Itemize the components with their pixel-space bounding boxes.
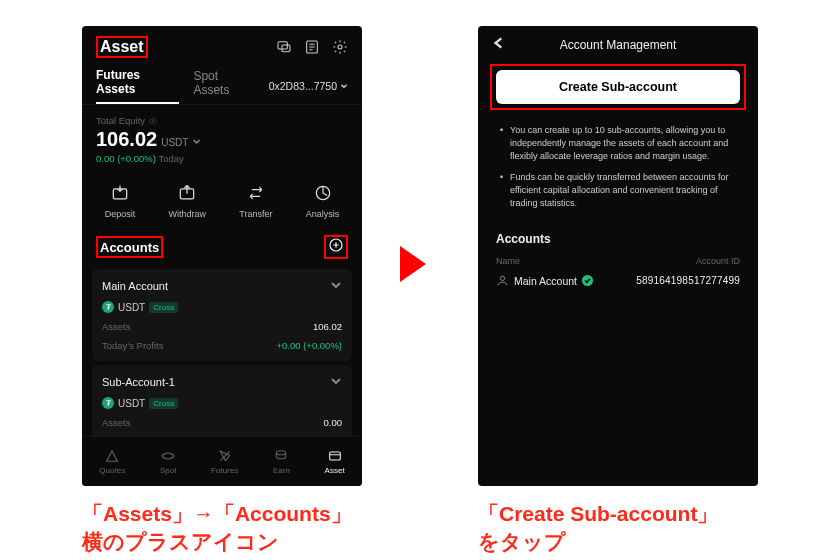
account-card[interactable]: Main Account ₮ USDT Cross Assets106.02 T… bbox=[92, 269, 352, 361]
info-bullets: You can create up to 10 sub-accounts, al… bbox=[478, 120, 758, 226]
account-name: Main Account bbox=[102, 280, 168, 292]
bottom-tabbar: Quotes Spot Futures Earn Asset bbox=[82, 436, 362, 486]
eye-icon[interactable] bbox=[148, 116, 158, 126]
tabbar-quotes[interactable]: Quotes bbox=[99, 448, 125, 475]
svg-rect-1 bbox=[282, 45, 290, 52]
margin-mode-tag: Cross bbox=[149, 302, 178, 313]
svg-point-3 bbox=[338, 45, 342, 49]
profits-label: Today's Profits bbox=[102, 340, 163, 351]
tabbar-spot-label: Spot bbox=[160, 466, 176, 475]
assets-value: 106.02 bbox=[313, 321, 342, 332]
svg-point-4 bbox=[152, 119, 154, 121]
transfer-button[interactable]: Transfer bbox=[239, 182, 272, 219]
asset-screen: Asset Futures Assets Spot Assets 0x2D83.… bbox=[82, 26, 362, 486]
chevron-down-icon bbox=[330, 373, 342, 391]
tabbar-quotes-label: Quotes bbox=[99, 466, 125, 475]
add-account-highlight bbox=[324, 235, 348, 259]
wallet-selector[interactable]: 0x2D83...7750 bbox=[269, 80, 348, 92]
account-name: Sub-Account-1 bbox=[102, 376, 175, 388]
account-management-screen: Account Management Create Sub-account Yo… bbox=[478, 26, 758, 486]
chat-icon[interactable] bbox=[276, 39, 292, 55]
col-header-id: Account ID bbox=[696, 256, 740, 266]
page-title: Account Management bbox=[560, 38, 677, 52]
wallet-address: 0x2D83...7750 bbox=[269, 80, 337, 92]
assets-value: 0.00 bbox=[324, 417, 343, 428]
assets-label: Assets bbox=[102, 417, 131, 428]
account-row[interactable]: Main Account 589164198517277499 bbox=[496, 274, 740, 287]
caret-down-icon bbox=[340, 82, 348, 90]
tabbar-futures-label: Futures bbox=[211, 466, 238, 475]
divider bbox=[82, 104, 362, 105]
caption-left: 「Assets」→「Accounts」 横のプラスアイコン bbox=[82, 500, 352, 557]
col-header-name: Name bbox=[496, 256, 520, 266]
withdraw-icon bbox=[177, 183, 197, 203]
tabbar-futures[interactable]: Futures bbox=[211, 448, 238, 475]
analysis-icon bbox=[313, 183, 333, 203]
flow-arrow-icon bbox=[400, 246, 426, 282]
caption-right: 「Create Sub-account」 をタップ bbox=[478, 500, 718, 557]
deposit-icon bbox=[110, 183, 130, 203]
info-bullet: You can create up to 10 sub-accounts, al… bbox=[500, 124, 736, 163]
header-row: Account Management bbox=[478, 26, 758, 60]
tabbar-asset[interactable]: Asset bbox=[325, 448, 345, 475]
accounts-header: Accounts bbox=[82, 225, 362, 265]
chevron-down-icon bbox=[330, 277, 342, 295]
create-sub-account-button[interactable]: Create Sub-account bbox=[496, 70, 740, 104]
analysis-label: Analysis bbox=[306, 209, 340, 219]
tabbar-spot[interactable]: Spot bbox=[160, 448, 176, 475]
tabbar-asset-label: Asset bbox=[325, 466, 345, 475]
accounts-title-highlight: Accounts bbox=[96, 236, 163, 258]
withdraw-label: Withdraw bbox=[168, 209, 206, 219]
page-title: Asset bbox=[100, 38, 144, 55]
account-name: Main Account bbox=[514, 275, 577, 287]
coin-icon: ₮ bbox=[102, 301, 114, 313]
create-sub-account-highlight: Create Sub-account bbox=[490, 64, 746, 110]
transfer-label: Transfer bbox=[239, 209, 272, 219]
note-icon[interactable] bbox=[304, 39, 320, 55]
equity-change: 0.00 (+0.00%) bbox=[96, 153, 156, 164]
svg-point-9 bbox=[277, 451, 286, 455]
coin-symbol: USDT bbox=[118, 398, 145, 409]
action-row: Deposit Withdraw Transfer Analysis bbox=[82, 172, 362, 225]
margin-mode-tag: Cross bbox=[149, 398, 178, 409]
svg-point-11 bbox=[500, 276, 504, 280]
withdraw-button[interactable]: Withdraw bbox=[168, 182, 206, 219]
equity-value: 106.02 bbox=[96, 128, 157, 151]
tab-futures-assets[interactable]: Futures Assets bbox=[96, 68, 179, 104]
header-icons bbox=[276, 39, 348, 55]
chevron-down-icon[interactable] bbox=[192, 137, 201, 146]
coin-symbol: USDT bbox=[118, 302, 145, 313]
add-account-icon[interactable] bbox=[328, 239, 344, 256]
equity-unit: USDT bbox=[161, 137, 188, 148]
info-bullet: Funds can be quickly transferred between… bbox=[500, 171, 736, 210]
equity-block: Total Equity 106.02 USDT 0.00 (+0.00%) T… bbox=[82, 113, 362, 172]
tabbar-earn[interactable]: Earn bbox=[273, 448, 290, 475]
verified-icon bbox=[582, 275, 593, 286]
tabbar-earn-label: Earn bbox=[273, 466, 290, 475]
svg-rect-10 bbox=[329, 452, 340, 460]
profits-value: +0.00 (+0.00%) bbox=[277, 340, 343, 351]
back-button[interactable] bbox=[492, 36, 506, 54]
asset-tabs: Futures Assets Spot Assets 0x2D83...7750 bbox=[82, 64, 362, 104]
analysis-button[interactable]: Analysis bbox=[306, 182, 340, 219]
accounts-title: Accounts bbox=[100, 240, 159, 255]
equity-label: Total Equity bbox=[96, 115, 145, 126]
tab-spot-assets[interactable]: Spot Assets bbox=[193, 69, 254, 103]
assets-label: Assets bbox=[102, 321, 131, 332]
deposit-label: Deposit bbox=[105, 209, 136, 219]
person-icon bbox=[496, 274, 509, 287]
coin-icon: ₮ bbox=[102, 397, 114, 409]
equity-period: Today bbox=[158, 153, 183, 164]
deposit-button[interactable]: Deposit bbox=[105, 182, 136, 219]
transfer-icon bbox=[246, 183, 266, 203]
account-id: 589164198517277499 bbox=[636, 275, 740, 286]
accounts-section-title: Accounts bbox=[496, 232, 740, 246]
header-row: Asset bbox=[82, 26, 362, 64]
accounts-section: Accounts Name Account ID Main Account 58… bbox=[478, 226, 758, 293]
gear-icon[interactable] bbox=[332, 39, 348, 55]
asset-title-highlight: Asset bbox=[96, 36, 148, 58]
